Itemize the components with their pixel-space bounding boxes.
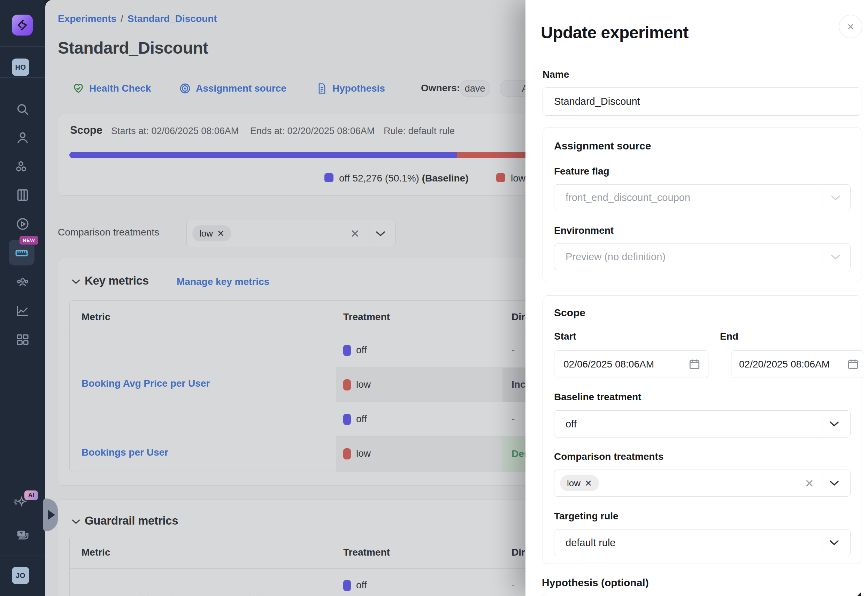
legend-off-baseline: (Baseline) (422, 173, 469, 184)
chevron-down-icon (831, 195, 840, 201)
comparison-treatments-label: Comparison treatments (58, 227, 159, 238)
direction-value: - (512, 345, 515, 356)
close-icon[interactable]: × (839, 15, 862, 38)
help-chat-icon[interactable]: ? (16, 528, 30, 542)
assignment-source-link[interactable]: Assignment source (179, 80, 286, 97)
col-treatment: Treatment (343, 547, 390, 558)
columns-icon[interactable] (16, 188, 30, 202)
scope-ends-at: Ends at: 02/20/2025 08:06AM (250, 126, 375, 137)
select-divider (822, 533, 822, 552)
app-logo[interactable] (12, 15, 33, 35)
heart-check-icon (72, 83, 84, 94)
scope-starts-at: Starts at: 02/06/2025 08:06AM (111, 126, 239, 137)
targeting-rule-value: default rule (554, 537, 616, 549)
owner-pill-dave[interactable]: dave (460, 80, 490, 97)
ruler-icon[interactable] (15, 246, 29, 260)
comparison-treatments-select[interactable]: low✕ ✕ (554, 469, 850, 497)
update-experiment-drawer: × Update experiment Name Standard_Discou… (526, 0, 868, 596)
treatment-name: low (356, 448, 371, 459)
page-title: Standard_Discount (58, 38, 208, 58)
select-divider (369, 225, 369, 242)
workspace-badge[interactable]: HO (12, 59, 29, 76)
chevron-down-icon[interactable] (376, 231, 385, 236)
metric-link[interactable]: Average Bookings in Property per Night (81, 594, 267, 596)
start-date-field[interactable]: 02/06/2025 08:06AM (554, 350, 709, 378)
key-metrics-title: Key metrics (85, 274, 149, 288)
legend-swatch-low (496, 173, 505, 182)
name-field[interactable]: Standard_Discount (543, 87, 861, 116)
treatment-swatch-off (343, 345, 351, 356)
environment-label: Environment (554, 225, 614, 236)
logo-diamond-icon (16, 18, 29, 32)
treatment-swatch-low (343, 379, 351, 391)
breadcrumb-experiments[interactable]: Experiments (58, 13, 117, 24)
health-check-link[interactable]: Health Check (72, 80, 151, 97)
feature-flag-value: front_end_discount_coupon (554, 192, 690, 204)
svg-text:?: ? (19, 531, 23, 536)
expand-arrow-icon (48, 510, 55, 520)
targeting-rule-select[interactable]: default rule (554, 529, 850, 556)
user-avatar[interactable]: JO (12, 567, 29, 584)
treatment-chip-low[interactable]: low✕ (560, 475, 599, 491)
legend-off-label: off 52,276 (50.1%) (339, 173, 419, 184)
treatment-name: low (356, 379, 371, 390)
direction-value: - (512, 580, 515, 591)
select-divider (822, 188, 822, 208)
manage-key-metrics-link[interactable]: Manage key metrics (177, 276, 269, 288)
chevron-down-icon (829, 480, 839, 486)
user-icon[interactable] (16, 131, 30, 145)
chip-remove-icon[interactable]: ✕ (217, 229, 224, 239)
drawer-title: Update experiment (541, 23, 689, 42)
col-treatment: Treatment (343, 311, 390, 323)
sidebar-divider (0, 77, 45, 78)
app-screen: HO NEW (0, 0, 868, 596)
environment-select[interactable]: Preview (no definition) (554, 243, 850, 270)
scope-title: Scope (70, 124, 102, 137)
col-metric: Metric (81, 547, 110, 558)
bullseye-icon (179, 83, 191, 94)
baseline-treatment-label: Baseline treatment (554, 391, 642, 403)
metric-link[interactable]: Bookings per User (81, 447, 168, 458)
hypothesis-textarea[interactable] (543, 593, 861, 596)
scope-card: Scope Start End 02/06/2025 08:06AM 02/20… (543, 295, 861, 564)
legend-off: off 52,276 (50.1%) (Baseline) (339, 173, 468, 184)
select-divider (822, 247, 822, 267)
baseline-treatment-select[interactable]: off (554, 410, 850, 438)
end-date-field[interactable]: 02/20/2025 08:06AM (731, 350, 864, 378)
feature-flag-label: Feature flag (554, 166, 610, 177)
comparison-treatments-label: Comparison treatments (554, 451, 663, 462)
clear-icon[interactable]: ✕ (805, 477, 814, 490)
clear-icon[interactable]: ✕ (350, 227, 360, 240)
breadcrumb: Experiments/Standard_Discount (58, 13, 217, 24)
name-value: Standard_Discount (543, 96, 640, 107)
search-icon[interactable] (16, 102, 30, 117)
sidebar: HO NEW (0, 0, 45, 596)
collapse-chevron-icon[interactable] (71, 519, 81, 525)
metric-link[interactable]: Booking Avg Price per User (81, 378, 210, 389)
people-group-icon[interactable] (16, 275, 30, 289)
chevron-down-icon (829, 421, 839, 427)
baseline-treatment-value: off (554, 418, 577, 430)
comparison-treatments-select[interactable]: low✕ ✕ (186, 220, 396, 247)
calendar-icon[interactable] (847, 358, 859, 370)
select-divider (822, 414, 822, 434)
chip-remove-icon[interactable]: ✕ (585, 478, 592, 488)
hypothesis-link[interactable]: Hypothesis (316, 80, 385, 97)
play-circle-icon[interactable] (16, 217, 30, 231)
assignment-source-card: Assignment source Feature flag front_end… (543, 127, 861, 282)
hexagons-icon[interactable] (16, 160, 30, 174)
dashboard-icon[interactable] (16, 333, 30, 347)
collapse-chevron-icon[interactable] (71, 279, 81, 285)
treatment-swatch-low (343, 448, 351, 459)
name-label: Name (543, 69, 569, 80)
treatment-chip-low[interactable]: low✕ (192, 226, 231, 241)
bar-segment-off (69, 152, 457, 158)
start-label: Start (554, 331, 576, 342)
line-chart-icon[interactable] (16, 304, 30, 318)
breadcrumb-current[interactable]: Standard_Discount (127, 13, 217, 24)
feature-flag-select[interactable]: front_end_discount_coupon (554, 184, 850, 211)
environment-value: Preview (no definition) (554, 251, 666, 263)
calendar-icon[interactable] (689, 358, 700, 370)
hypothesis-label: Hypothesis (332, 83, 385, 94)
resize-handle-icon[interactable] (855, 593, 861, 596)
